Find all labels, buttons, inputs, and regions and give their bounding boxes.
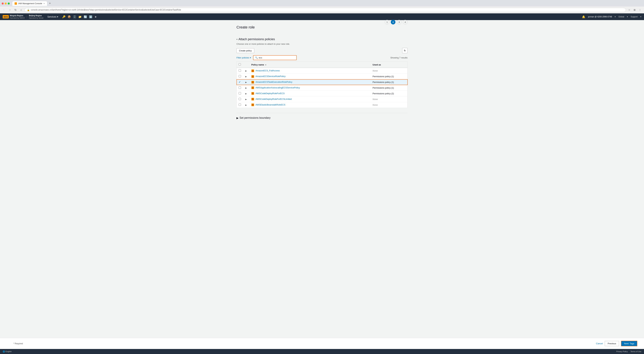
global-chevron-icon[interactable]: ▾ — [627, 15, 628, 18]
policy-icon — [252, 98, 254, 100]
forward-button[interactable]: → — [8, 7, 12, 12]
row-name-cell: AmazonECS_FullAccess — [250, 68, 371, 74]
row-checkbox[interactable] — [239, 104, 241, 106]
aws-logo: aws Ningxia Region Operated by NWCD Beij… — [3, 14, 44, 19]
nav-icon-2[interactable]: 📦 — [68, 15, 71, 18]
policy-link[interactable]: AWSCodeDeployRoleForECSLimited — [256, 98, 292, 100]
row-name-cell: AWSApplicationAutoscalingECSServicePolic… — [250, 85, 371, 91]
row-expand-cell[interactable]: ▶ — [243, 85, 250, 91]
policy-link[interactable]: AmazonECSTaskExecutionRolePolicy — [256, 81, 292, 83]
policy-icon — [252, 69, 254, 72]
row-used-cell: Permissions policy (1) — [371, 79, 408, 85]
row-checkbox[interactable] — [239, 75, 241, 77]
nav-icon-star[interactable]: ★ — [94, 15, 97, 18]
region1-info: Ningxia Region Operated by NWCD — [10, 14, 25, 19]
url-bar[interactable]: 🔒 console.amazonaws.cn/iam/home?region=c… — [24, 8, 626, 12]
row-checkbox-cell[interactable] — [237, 85, 243, 91]
row-expand-cell[interactable]: ▶ — [243, 96, 250, 102]
row-checkbox-cell[interactable] — [237, 102, 243, 108]
row-expand-cell[interactable]: ▶ — [243, 102, 250, 108]
nav-right: 🔔 pcman @ 4200-2996-0748 ▾ Global ▾ Supp… — [582, 15, 641, 18]
policy-link[interactable]: AmazonECSServiceRolePolicy — [256, 75, 286, 78]
step-4: 4 — [403, 20, 408, 24]
row-checkbox[interactable] — [239, 92, 241, 94]
row-checkbox-cell[interactable]: ✓ — [237, 79, 243, 85]
expand-arrow-icon[interactable]: ▶ — [245, 81, 247, 83]
expand-arrow-icon[interactable]: ▶ — [245, 76, 247, 78]
policy-icon — [252, 75, 254, 78]
back-button[interactable]: ← — [2, 7, 6, 12]
row-name-cell: AWSCodeDeployRoleForECSLimited — [250, 96, 371, 102]
page-title: Create role — [236, 25, 255, 29]
section-collapse-icon[interactable]: ▾ — [236, 38, 238, 40]
nav-icon-6[interactable]: ⬇️ — [89, 15, 92, 18]
row-name-cell: AmazonECSTaskExecutionRolePolicy — [250, 79, 371, 85]
nav-icon-3[interactable]: 🗄️ — [73, 15, 76, 18]
tab-close-icon[interactable]: × — [44, 2, 45, 5]
row-expand-cell[interactable]: ▶ — [243, 68, 250, 74]
step-indicator: 1 2 3 4 — [385, 20, 408, 24]
permissions-boundary-header[interactable]: ▶ Set permissions boundary — [236, 116, 408, 120]
global-menu[interactable]: Global — [618, 15, 624, 18]
row-checkbox-cell[interactable] — [237, 91, 243, 96]
expand-arrow-icon[interactable]: ▶ — [245, 87, 247, 89]
row-used-cell: Permissions policy (1) — [371, 74, 408, 79]
expand-arrow-icon[interactable]: ▶ — [245, 93, 247, 95]
step-2: 2 — [391, 20, 396, 24]
create-policy-button[interactable]: Create policy — [236, 48, 254, 53]
bookmark-button[interactable]: ☆ — [627, 7, 632, 12]
row-checkbox-cell[interactable] — [237, 68, 243, 74]
bell-icon[interactable]: 🔔 — [582, 15, 585, 18]
row-expand-cell[interactable]: ▶ — [243, 91, 250, 96]
nav-icon-1[interactable]: 🔑 — [62, 15, 66, 18]
policy-link[interactable]: AWSCodeDeployRoleForECS — [256, 92, 284, 95]
check-icon: ✓ — [239, 81, 241, 83]
tab-favicon — [14, 2, 17, 5]
expand-arrow-icon[interactable]: ▶ — [245, 104, 247, 106]
user-chevron-icon[interactable]: ▾ — [615, 15, 616, 18]
refresh-button[interactable]: ↻ — [13, 7, 18, 12]
nav-icon-5[interactable]: 🔄 — [84, 15, 87, 18]
policy-link[interactable]: AWSApplicationAutoscalingECSServicePolic… — [256, 86, 300, 89]
browser-tab[interactable]: IAM Management Console × — [12, 1, 47, 6]
tab-label: IAM Management Console — [18, 2, 42, 5]
support-menu[interactable]: Support — [630, 15, 638, 18]
policy-icon — [252, 86, 254, 89]
minimize-button[interactable] — [5, 2, 7, 4]
nav-icon-4[interactable]: 📁 — [78, 15, 82, 18]
new-tab-button[interactable]: + — [48, 1, 52, 6]
sort-arrow-icon[interactable]: ▾ — [265, 64, 266, 66]
row-checkbox[interactable] — [239, 86, 241, 89]
search-input[interactable] — [259, 56, 295, 59]
settings-button[interactable]: ⋮ — [638, 7, 642, 12]
row-checkbox-cell[interactable] — [237, 96, 243, 102]
services-menu[interactable]: Services ▾ — [46, 15, 60, 19]
close-button[interactable] — [2, 2, 4, 4]
home-button[interactable]: ⌂ — [19, 7, 24, 12]
expand-arrow-icon[interactable]: ▶ — [245, 70, 247, 72]
row-used-cell: None — [371, 102, 408, 108]
section-title: Attach permissions policies — [238, 37, 275, 41]
row-expand-cell[interactable]: ▶ — [243, 79, 250, 85]
main-content: Create role 1 2 3 4 ▾ Attach permissions… — [230, 20, 414, 125]
extensions-button[interactable]: ⊞ — [632, 7, 637, 12]
policy-link[interactable]: AWSElasticBeanstalkRoleECS — [256, 104, 285, 106]
refresh-table-button[interactable]: ↻ — [402, 48, 408, 53]
support-chevron-icon[interactable]: ▾ — [640, 15, 641, 18]
services-chevron-icon: ▾ — [57, 15, 58, 18]
row-expand-cell[interactable]: ▶ — [243, 74, 250, 79]
select-all-checkbox[interactable] — [239, 63, 241, 65]
row-checkbox-cell[interactable] — [237, 74, 243, 79]
section-header: ▾ Attach permissions policies — [236, 37, 408, 41]
row-used-cell: None — [371, 68, 408, 74]
policy-link[interactable]: AmazonECS_FullAccess — [256, 69, 280, 72]
row-checkbox[interactable] — [239, 98, 241, 100]
filter-policies-button[interactable]: Filter policies ▾ — [236, 56, 251, 59]
search-box[interactable]: 🔍 — [253, 55, 297, 60]
expand-arrow-icon[interactable]: ▶ — [245, 98, 247, 100]
user-menu[interactable]: pcman @ 4200-2996-0748 — [588, 15, 612, 18]
row-checkbox[interactable] — [239, 69, 241, 72]
permissions-boundary-label: Set permissions boundary — [240, 116, 270, 119]
row-used-cell: Permissions policy (1) — [371, 85, 408, 91]
maximize-button[interactable] — [8, 2, 10, 4]
